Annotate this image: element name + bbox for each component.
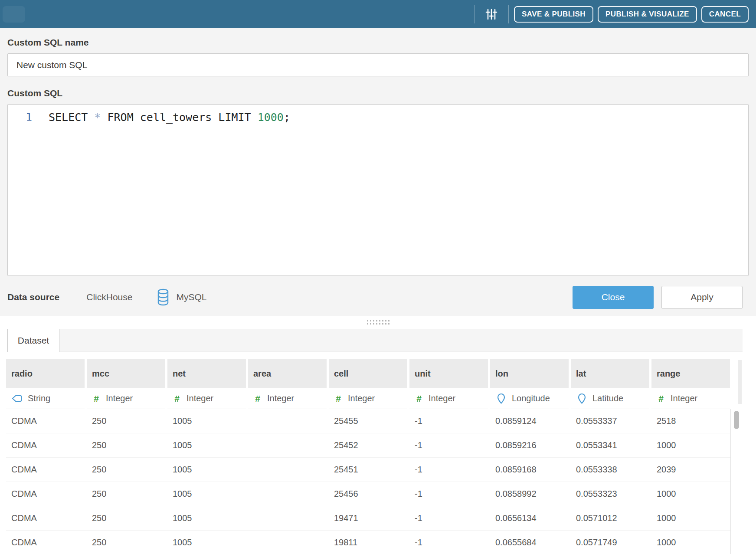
table-cell: 19811 (329, 531, 407, 554)
column-type-label: Longitude (512, 393, 550, 403)
vertical-scrollbar-thumb[interactable] (734, 411, 739, 429)
table-cell: CDMA (6, 433, 85, 457)
table-cell: 1000 (651, 531, 730, 554)
column-header-cell[interactable]: cell (329, 359, 407, 388)
splitter-drag-handle[interactable] (366, 319, 390, 325)
publish-and-visualize-button[interactable]: PUBLISH & VISUALIZE (598, 6, 697, 23)
column-type-label: Latitude (592, 393, 623, 403)
save-and-publish-button[interactable]: SAVE & PUBLISH (514, 6, 593, 23)
datasource-row: Data source ClickHouse MySQL Close Apply (7, 285, 749, 309)
sql-token: FROM cell_towers LIMIT (101, 111, 257, 124)
column-header-range[interactable]: range (651, 359, 730, 388)
table-cell: 2039 (651, 458, 730, 482)
table-cell: 0.0859168 (490, 458, 569, 482)
table-cell: 0.0553338 (571, 458, 649, 482)
sql-token: * (94, 111, 101, 124)
table-cell: 1005 (167, 409, 246, 433)
column-header-area[interactable]: area (248, 359, 327, 388)
table-cell (248, 433, 327, 457)
column-header-net[interactable]: net (167, 359, 246, 388)
custom-sql-label: Custom SQL (7, 76, 749, 98)
table-cell (248, 531, 327, 554)
column-type-mcc: #Integer (87, 388, 165, 409)
table-cell (248, 482, 327, 506)
table-cell: 250 (87, 409, 165, 433)
table-cell: 1000 (651, 506, 730, 530)
datasource-label: Data source (7, 292, 59, 302)
column-header-unit[interactable]: unit (409, 359, 488, 388)
column-type-label: Integer (267, 393, 294, 403)
splitter-row (0, 315, 756, 329)
table-cell: 0.0571012 (571, 506, 649, 530)
database-icon (157, 288, 170, 306)
table-row: CDMA250100525456-10.08589920.05533231000 (6, 482, 730, 506)
column-type-area: #Integer (248, 388, 327, 409)
tab-dataset[interactable]: Dataset (7, 329, 59, 352)
table-cell: 25456 (329, 482, 407, 506)
sql-editor[interactable]: 1 SELECT * FROM cell_towers LIMIT 1000; (7, 104, 749, 276)
table-body: CDMA250100525455-10.08591240.05533372518… (6, 409, 730, 554)
integer-icon: # (334, 393, 343, 404)
table-cell (248, 409, 327, 433)
column-type-lon: Longitude (490, 388, 569, 409)
table-cell: 25455 (329, 409, 407, 433)
close-button[interactable]: Close (573, 286, 654, 309)
table-row: CDMA250100525455-10.08591240.05533372518 (6, 409, 730, 433)
topbar-divider (508, 5, 509, 23)
table-cell: 250 (87, 531, 165, 554)
sql-token: 1000 (258, 111, 284, 124)
column-type-label: Integer (348, 393, 375, 403)
sql-code-line: SELECT * FROM cell_towers LIMIT 1000; (49, 111, 290, 275)
table-cell: CDMA (6, 531, 85, 554)
table-cell: 250 (87, 458, 165, 482)
cancel-button[interactable]: CANCEL (701, 6, 749, 23)
table-cell: -1 (409, 506, 488, 530)
column-type-label: Integer (106, 393, 133, 403)
custom-sql-panel: Custom SQL name Custom SQL 1 SELECT * FR… (0, 28, 756, 315)
sql-token: SELECT (49, 111, 94, 124)
table-cell: 250 (87, 482, 165, 506)
table-cell: -1 (409, 458, 488, 482)
table-cell: 0.0656134 (490, 506, 569, 530)
table-cell (248, 506, 327, 530)
integer-icon: # (173, 393, 181, 404)
column-type-label: Integer (187, 393, 213, 403)
sql-token: ; (284, 111, 290, 124)
table-cell: 19471 (329, 506, 407, 530)
dataset-preview-table: radiomccnetareacellunitlonlatrange Strin… (6, 359, 730, 554)
column-header-radio[interactable]: radio (6, 359, 85, 388)
table-cell: 0.0553323 (571, 482, 649, 506)
datasource-name: ClickHouse (86, 292, 132, 302)
back-button[interactable] (3, 6, 25, 23)
table-cell: 1005 (167, 531, 246, 554)
table-cell: 25451 (329, 458, 407, 482)
table-cell: CDMA (6, 482, 85, 506)
custom-sql-name-label: Custom SQL name (7, 28, 749, 48)
table-cell: CDMA (6, 409, 85, 433)
column-header-lon[interactable]: lon (490, 359, 569, 388)
custom-sql-name-input[interactable] (7, 53, 749, 76)
editor-line-number: 1 (8, 111, 32, 275)
datasource-item-mysql[interactable]: MySQL (157, 288, 206, 306)
column-header-lat[interactable]: lat (571, 359, 649, 388)
dataset-tab-bar: Dataset (7, 329, 743, 351)
table-cell: 0.0553341 (571, 433, 649, 457)
vertical-scrollbar-track[interactable] (738, 360, 742, 404)
integer-icon: # (657, 393, 665, 404)
table-cell: CDMA (6, 506, 85, 530)
settings-sliders-icon[interactable] (475, 8, 508, 21)
integer-icon: # (92, 393, 101, 404)
table-cell: 0.0571749 (571, 531, 649, 554)
integer-icon: # (253, 393, 262, 404)
table-cell: 1005 (167, 506, 246, 530)
column-type-label: Integer (429, 393, 455, 403)
apply-button[interactable]: Apply (661, 286, 743, 309)
table-cell: 1005 (167, 482, 246, 506)
table-cell: -1 (409, 409, 488, 433)
table-cell: -1 (409, 482, 488, 506)
column-type-net: #Integer (167, 388, 246, 409)
column-header-mcc[interactable]: mcc (87, 359, 165, 388)
datasource-item-clickhouse[interactable]: ClickHouse (86, 292, 132, 302)
table-cell: 0.0859216 (490, 433, 569, 457)
table-row: CDMA250100525452-10.08592160.05533411000 (6, 433, 730, 458)
